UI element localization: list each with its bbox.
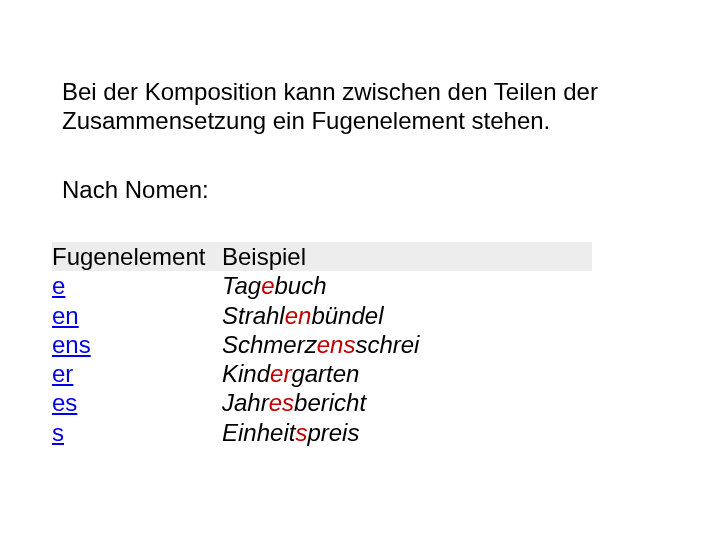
header-beispiel: Beispiel [222,242,592,271]
table-row: s Einheitspreis [52,418,592,447]
fuge-link[interactable]: s [52,419,64,446]
slide: Bei der Komposition kann zwischen den Te… [0,0,720,540]
example-word: Tagebuch [222,271,592,300]
example-word: Einheitspreis [222,418,592,447]
fuge-link[interactable]: es [52,389,77,416]
table-row: es Jahresbericht [52,388,592,417]
fugenelement-table: Fugenelement Beispiel e Tagebuch en Stra… [52,242,592,447]
fuge-link[interactable]: e [52,272,65,299]
example-word: Schmerzensschrei [222,330,592,359]
example-word: Strahlenbündel [222,301,592,330]
table-row: er Kindergarten [52,359,592,388]
example-word: Kindergarten [222,359,592,388]
subheading: Nach Nomen: [62,176,209,204]
intro-text: Bei der Komposition kann zwischen den Te… [62,78,642,136]
fuge-link[interactable]: er [52,360,73,387]
example-word: Jahresbericht [222,388,592,417]
table-row: e Tagebuch [52,271,592,300]
fuge-link[interactable]: en [52,302,79,329]
table-row: ens Schmerzensschrei [52,330,592,359]
fuge-link[interactable]: ens [52,331,91,358]
table-header-row: Fugenelement Beispiel [52,242,592,271]
header-fugenelement: Fugenelement [52,242,222,271]
table-row: en Strahlenbündel [52,301,592,330]
